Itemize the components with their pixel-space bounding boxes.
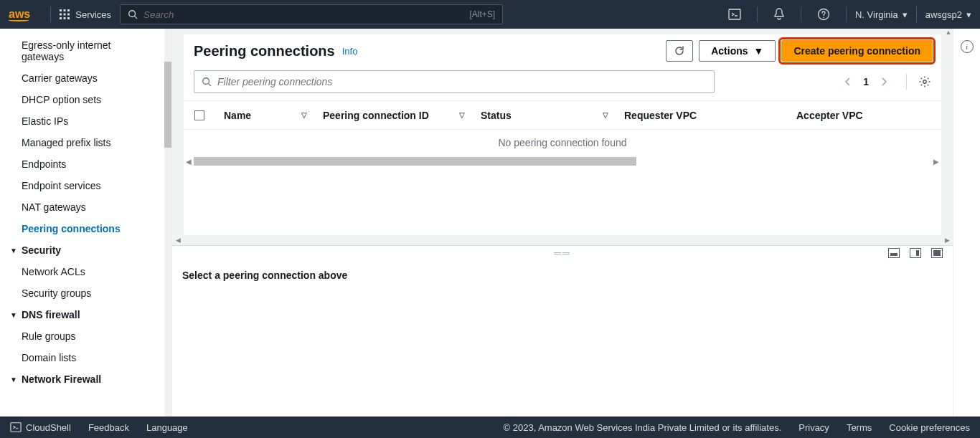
svg-rect-7 — [64, 17, 66, 19]
sidebar-item-managed-prefix-lists[interactable]: Managed prefix lists — [0, 132, 171, 153]
privacy-link[interactable]: Privacy — [798, 422, 829, 433]
cloudshell-icon-top[interactable] — [728, 8, 741, 21]
sidebar-item-security-groups[interactable]: Security groups — [0, 282, 171, 304]
svg-rect-6 — [60, 17, 62, 19]
actions-button[interactable]: Actions ▼ — [699, 40, 776, 62]
table-settings-button[interactable] — [918, 75, 931, 88]
sidebar-item-carrier-gateways[interactable]: Carrier gateways — [0, 67, 171, 89]
sidebar-item-peering-connections[interactable]: Peering connections — [0, 218, 171, 239]
notifications-icon[interactable] — [773, 8, 785, 21]
page-prev-button[interactable] — [844, 77, 852, 87]
cloudshell-icon — [10, 422, 22, 433]
nav-divider — [846, 6, 847, 22]
caret-down-icon: ▾ — [966, 9, 971, 20]
actions-label: Actions — [711, 45, 748, 57]
sidebar-item-egress-gateways[interactable]: Egress-only internet gateways — [0, 34, 171, 67]
panel-title: Peering connections — [194, 43, 335, 59]
sidebar-item-network-acls[interactable]: Network ACLs — [0, 261, 171, 282]
filter-input[interactable] — [217, 76, 707, 87]
user-label: awsgsp2 — [925, 9, 962, 20]
th-name[interactable]: Name▽ — [215, 110, 314, 121]
search-icon — [128, 9, 138, 19]
table-empty-message: No peering connection found — [184, 130, 941, 156]
triangle-down-icon: ▼ — [10, 311, 17, 319]
th-requester-vpc[interactable]: Requester VPC — [616, 110, 788, 121]
scroll-right-icon[interactable]: ▶ — [931, 158, 941, 166]
peering-connections-panel: Peering connections Info Actions ▼ Creat… — [184, 34, 941, 235]
sidebar-item-endpoint-services[interactable]: Endpoint services — [0, 175, 171, 196]
language-link[interactable]: Language — [146, 422, 188, 433]
refresh-icon — [674, 45, 685, 57]
layout-bottom-icon[interactable] — [888, 248, 900, 258]
create-peering-connection-button[interactable]: Create peering connection — [781, 40, 933, 62]
sidebar-section-label: Network Firewall — [22, 373, 101, 385]
feedback-link[interactable]: Feedback — [88, 422, 129, 433]
region-label: N. Virginia — [855, 9, 898, 20]
sidebar-item-domain-lists[interactable]: Domain lists — [0, 347, 171, 368]
drag-handle-icon: ══ — [554, 247, 571, 259]
refresh-button[interactable] — [666, 40, 693, 62]
cloudshell-button[interactable]: CloudShell — [10, 422, 71, 433]
th-select-all[interactable] — [184, 110, 215, 120]
sidebar-item-dhcp-option-sets[interactable]: DHCP option sets — [0, 89, 171, 110]
region-selector[interactable]: N. Virginia ▾ — [855, 9, 908, 20]
layout-side-icon[interactable] — [910, 248, 921, 258]
aws-logo[interactable]: aws — [9, 8, 30, 22]
svg-rect-1 — [64, 9, 66, 11]
checkbox-icon[interactable] — [194, 110, 204, 120]
table-header: Name▽ Peering connection ID▽ Status▽ Req… — [184, 101, 941, 130]
svg-rect-5 — [67, 14, 70, 16]
divider — [906, 74, 907, 90]
sidebar-item-endpoints[interactable]: Endpoints — [0, 153, 171, 175]
th-peering-connection-id[interactable]: Peering connection ID▽ — [314, 110, 472, 121]
th-accepter-vpc[interactable]: Accepter VPC — [788, 110, 941, 121]
panel-splitter[interactable]: ══ — [172, 245, 953, 260]
scroll-up-icon[interactable]: ▲ — [944, 29, 953, 37]
sidebar-section-network-firewall[interactable]: ▼Network Firewall — [0, 368, 171, 390]
search-kbd-hint: [Alt+S] — [469, 9, 495, 19]
page-number: 1 — [863, 76, 869, 87]
scroll-left-icon[interactable]: ◀ — [184, 158, 194, 166]
table-horizontal-scrollbar[interactable]: ◀ ▶ — [184, 156, 941, 167]
svg-line-14 — [209, 84, 212, 87]
sidebar-section-dns-firewall[interactable]: ▼DNS firewall — [0, 304, 171, 325]
sidebar-item-nat-gateways[interactable]: NAT gateways — [0, 196, 171, 218]
th-status[interactable]: Status▽ — [472, 110, 616, 121]
sort-icon: ▽ — [301, 111, 307, 119]
filter-row: 1 — [184, 67, 941, 100]
sidebar-section-label: Security — [22, 244, 61, 256]
services-label: Services — [75, 9, 111, 20]
sort-icon: ▽ — [603, 111, 608, 119]
sidebar-scrollbar-thumb[interactable] — [164, 62, 171, 148]
help-icon[interactable] — [817, 8, 830, 21]
layout-full-icon[interactable] — [931, 248, 943, 258]
info-link[interactable]: Info — [342, 46, 358, 57]
svg-point-13 — [203, 78, 209, 85]
svg-point-9 — [129, 11, 136, 17]
hscroll-thumb[interactable] — [194, 157, 636, 166]
search-input[interactable] — [143, 9, 495, 20]
search-icon — [202, 77, 212, 87]
main-content: ▲ Peering connections Info Actions ▼ Cre… — [172, 29, 953, 416]
user-menu[interactable]: awsgsp2 ▾ — [925, 9, 971, 20]
nav-divider — [757, 6, 758, 22]
hscroll-track[interactable] — [194, 157, 931, 166]
right-info-rail: i — [953, 29, 980, 416]
page-next-button[interactable] — [880, 77, 887, 87]
services-menu-button[interactable]: Services — [60, 9, 111, 20]
top-nav: aws Services [Alt+S] N. Virginia ▾ awsgs… — [0, 0, 980, 29]
cookie-preferences-link[interactable]: Cookie preferences — [889, 422, 970, 433]
detail-layout-toggles — [888, 248, 943, 258]
terms-link[interactable]: Terms — [847, 422, 872, 433]
nav-divider — [801, 6, 801, 22]
grid-icon — [60, 9, 70, 19]
sidebar-item-rule-groups[interactable]: Rule groups — [0, 325, 171, 347]
scroll-right-icon[interactable]: ▶ — [943, 237, 951, 244]
scroll-left-icon[interactable]: ◀ — [174, 237, 182, 244]
filter-input-wrapper[interactable] — [194, 70, 715, 93]
sidebar-item-elastic-ips[interactable]: Elastic IPs — [0, 110, 171, 132]
panel-horizontal-scrollbar[interactable]: ◀ ▶ — [172, 235, 953, 245]
sidebar-section-security[interactable]: ▼Security — [0, 239, 171, 261]
global-search[interactable]: [Alt+S] — [120, 4, 503, 24]
info-panel-toggle[interactable]: i — [961, 40, 974, 53]
